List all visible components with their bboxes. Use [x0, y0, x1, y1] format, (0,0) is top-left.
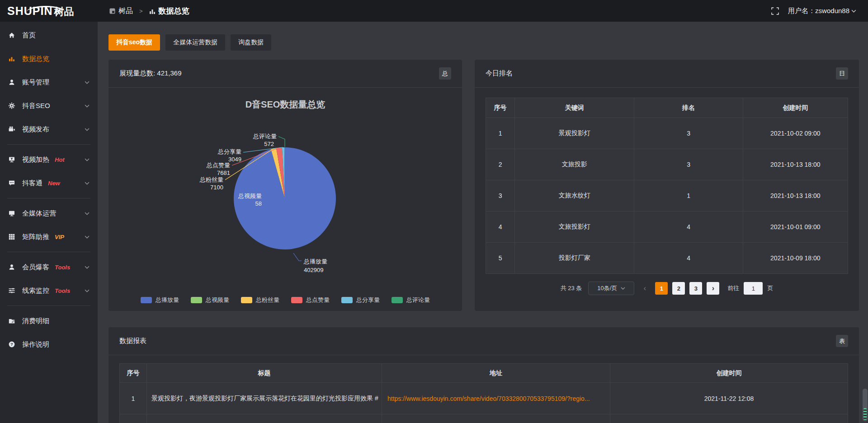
new-badge: New: [48, 180, 60, 187]
main-content: 抖音seo数据 全媒体运营数据 询盘数据 展现量总数: 421,369 总 D音…: [98, 22, 868, 423]
sidebar-item-label: 消费明细: [22, 317, 49, 325]
cell-rank: 4: [634, 212, 743, 243]
vip-badge: VIP: [55, 234, 64, 240]
chevron-down-icon: [621, 287, 625, 290]
day-badge-button[interactable]: 日: [836, 67, 848, 80]
chart-legend: 总播放量 总视频量 总粉丝量 总点赞量 总分享量 总评论量: [108, 296, 462, 304]
sidebar-item-data-overview[interactable]: 数据总览: [0, 47, 98, 70]
sidebar-item-label: 抖音SEO: [22, 102, 50, 110]
screen-funnel-icon: [8, 156, 16, 163]
goto-page-input[interactable]: [744, 282, 763, 295]
legend-swatch: [241, 297, 252, 303]
tab-media-operation-data[interactable]: 全媒体运营数据: [165, 34, 225, 51]
grid-icon: [8, 233, 16, 240]
cell-created: 2021-10-09 18:00: [743, 243, 848, 274]
sidebar-item-clue-monitor[interactable]: 线索监控 Tools: [0, 279, 98, 302]
rank-panel-title: 今日排名: [486, 69, 513, 78]
cell-keyword: 景观投影灯: [515, 118, 634, 149]
total-badge-button[interactable]: 总: [439, 67, 451, 80]
legend-item-videos[interactable]: 总视频量: [191, 296, 229, 304]
tools-badge: Tools: [55, 287, 70, 294]
pie-value-likes: 7681: [217, 169, 230, 176]
table-row: 5 投影灯厂家 4 2021-10-09 18:00: [486, 243, 848, 274]
sliders-icon: [8, 287, 16, 294]
sidebar-item-doukedong[interactable]: 抖客通 New: [0, 171, 98, 195]
page-size-select[interactable]: 10条/页: [588, 282, 634, 295]
data-tabs: 抖音seo数据 全媒体运营数据 询盘数据: [108, 34, 859, 51]
page-size-value: 10条/页: [597, 284, 617, 292]
sidebar-item-label: 视频加热: [22, 155, 49, 164]
username-dropdown[interactable]: 用户名：zswodun88: [788, 7, 856, 15]
gear-icon: [8, 102, 16, 109]
tab-douyin-seo-data[interactable]: 抖音seo数据: [108, 34, 160, 51]
page-button-1[interactable]: 1: [655, 282, 668, 295]
pie-value-plays: 402909: [304, 267, 323, 273]
cell-seq: 2: [486, 149, 515, 180]
col-keyword: 关键词: [515, 98, 634, 118]
sidebar-item-home[interactable]: 首页: [0, 24, 98, 47]
page-button-3[interactable]: 3: [689, 282, 702, 295]
hot-badge: Hot: [55, 156, 65, 163]
sidebar-item-video-heat[interactable]: 视频加热 Hot: [0, 148, 98, 171]
sidebar-item-label: 全媒体运营: [22, 209, 56, 218]
pie-value-fans: 7100: [210, 184, 223, 191]
sidebar-item-label: 抖客通: [22, 179, 42, 188]
table-badge-button[interactable]: 表: [836, 335, 848, 347]
pie-value-videos: 58: [255, 200, 262, 207]
col-title: 标题: [147, 364, 382, 383]
report-table: 序号 标题 地址 创建时间 1 景观投影灯，夜游景观投影灯厂家展示展示落花灯在花…: [119, 363, 848, 423]
legend-item-likes[interactable]: 总点赞量: [291, 296, 330, 304]
chevron-down-icon: [85, 212, 90, 215]
legend-item-shares[interactable]: 总分享量: [341, 296, 380, 304]
user-icon: [8, 263, 16, 271]
chevron-down-icon: [85, 158, 90, 161]
pie-label-videos: 总视频量: [238, 193, 262, 199]
sidebar-item-member-tools[interactable]: 会员爆客 Tools: [0, 255, 98, 279]
legend-item-plays[interactable]: 总播放量: [141, 296, 179, 304]
sidebar-item-accounts[interactable]: 账号管理: [0, 70, 98, 94]
bar-chart-icon: [149, 8, 156, 14]
next-page-button[interactable]: ›: [707, 282, 719, 295]
overview-panel: 展现量总数: 421,369 总 D音SEO数据量总览 总评论量 572: [108, 60, 462, 311]
cell-rank: 3: [634, 149, 743, 180]
sidebar-item-matrix-boost[interactable]: 矩阵助推 VIP: [0, 225, 98, 249]
sidebar-item-media-operation[interactable]: 全媒体运营: [0, 202, 98, 225]
tab-inquiry-data[interactable]: 询盘数据: [231, 34, 271, 51]
user-icon: [8, 79, 16, 86]
breadcrumb-root[interactable]: 树品: [118, 6, 133, 16]
sidebar: 首页 数据总览 账号管理 抖音SEO 视频发布 视频加热 Hot 抖客通 New…: [0, 22, 98, 423]
cell-rank: 1: [634, 180, 743, 212]
fullscreen-icon[interactable]: [771, 7, 779, 15]
chevron-down-icon: [85, 81, 90, 84]
sidebar-divider: [7, 252, 90, 252]
legend-swatch: [141, 297, 152, 303]
table-header-row: 序号 标题 地址 创建时间: [120, 364, 848, 383]
cell-created: 2021-10-13 18:00: [743, 180, 848, 212]
sidebar-item-douyin-seo[interactable]: 抖音SEO: [0, 94, 98, 118]
rank-panel: 今日排名 日 序号 关键词 排名 创建时间 1 景观投影灯 3: [475, 60, 859, 311]
app-header: SHUPIN 树品 树品 > 数据总览 用户名：zswodun88: [0, 0, 868, 22]
legend-swatch: [191, 297, 202, 303]
chevron-down-icon: [85, 128, 90, 131]
video-camera-icon: [8, 126, 16, 133]
sidebar-item-expense-detail[interactable]: 消费明细: [0, 309, 98, 333]
legend-label: 总评论量: [406, 296, 430, 304]
table-row: 2 文旅投影 3 2021-10-13 18:00: [486, 149, 848, 180]
page-button-2[interactable]: 2: [672, 282, 685, 295]
scrollbar[interactable]: [863, 389, 868, 421]
legend-swatch: [291, 297, 302, 303]
legend-item-fans[interactable]: 总粉丝量: [241, 296, 279, 304]
legend-item-comments[interactable]: 总评论量: [392, 296, 430, 304]
cell-created: 2021-10-01 09:00: [743, 212, 848, 243]
table-row: 1 景观投影灯 3 2021-10-02 09:00: [486, 118, 848, 149]
scrollbar-thumb[interactable]: [863, 408, 867, 420]
prev-page-button[interactable]: ‹: [639, 282, 651, 295]
wallet-pen-icon: [8, 317, 16, 324]
tools-badge: Tools: [55, 264, 70, 271]
sidebar-item-video-publish[interactable]: 视频发布: [0, 118, 98, 141]
rank-table: 序号 关键词 排名 创建时间 1 景观投影灯 3 2021-10-02 09:0…: [486, 98, 848, 274]
video-link[interactable]: https://www.iesdouyin.com/share/video/70…: [387, 395, 590, 402]
legend-swatch: [392, 297, 403, 303]
sidebar-item-instructions[interactable]: ? 操作说明: [0, 333, 98, 356]
sidebar-divider: [7, 306, 90, 306]
